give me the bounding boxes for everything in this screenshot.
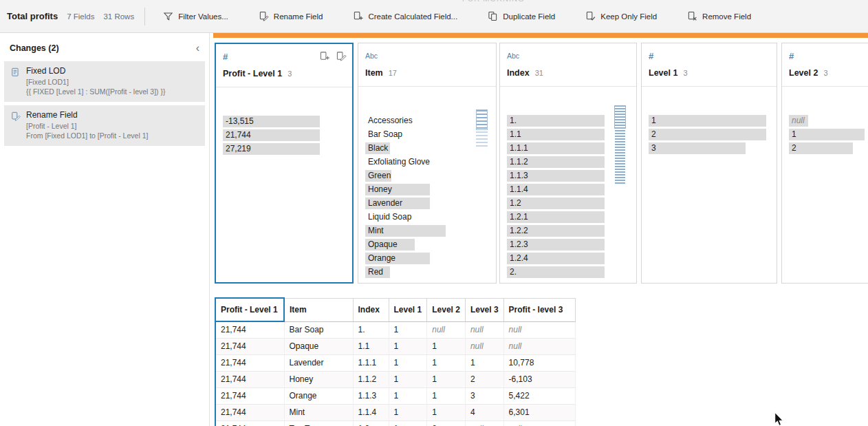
number-type-icon[interactable]: # <box>789 51 794 61</box>
scrollbar-thumb[interactable] <box>614 105 626 129</box>
profile-value-row[interactable]: 21,744 <box>223 129 345 141</box>
create-calculated-field-button[interactable]: Create Calculated Field... <box>353 11 457 21</box>
grid-cell[interactable]: 1 <box>389 321 427 338</box>
grid-cell[interactable]: 1. <box>353 321 389 338</box>
grid-cell[interactable]: Orange <box>284 387 353 404</box>
grid-cell[interactable]: 21,744 <box>215 371 284 387</box>
profile-value-row[interactable]: 3 <box>649 142 770 154</box>
profile-value-row[interactable]: 1.1.3 <box>507 170 629 182</box>
profile-value-row[interactable]: Bar Soap <box>365 129 489 140</box>
profile-value-row[interactable]: 1.2.4 <box>507 253 629 264</box>
grid-cell[interactable]: null <box>427 321 466 338</box>
grid-column-header[interactable]: Item <box>284 298 353 321</box>
profile-value-row[interactable]: 1.2.3 <box>507 239 629 251</box>
profile-value-row[interactable]: Red <box>365 266 489 278</box>
profile-value-row[interactable]: 1.2 <box>507 198 629 209</box>
grid-column-header[interactable]: Profit - level 3 <box>503 298 575 321</box>
grid-cell[interactable]: 21,744 <box>215 387 284 404</box>
field-name[interactable]: Profit - Level 1 <box>223 69 282 78</box>
profile-card-profit-level-1[interactable]: # Profit - Level 1 3 -13,51521,74427,219 <box>215 43 354 284</box>
profile-card-index[interactable]: Abc Index 31 1.1.11.1.11.1.21.1.31.1.41.… <box>499 43 637 284</box>
number-type-icon[interactable]: # <box>649 51 653 61</box>
grid-cell[interactable]: 1.1.3 <box>353 387 389 404</box>
profile-value-row[interactable]: 1.1.4 <box>507 184 629 195</box>
grid-cell[interactable]: 1 <box>427 404 466 420</box>
grid-cell[interactable]: Opaque <box>284 338 353 354</box>
string-type-icon[interactable]: Abc <box>365 52 378 60</box>
grid-cell[interactable]: 1 <box>389 387 427 404</box>
change-item-fixed-lod[interactable]: Fixed LOD [Fixed LOD1] {{ FIXED [Level 1… <box>4 61 205 102</box>
profile-value-row[interactable]: Opaque <box>365 239 489 251</box>
collapse-panel-icon[interactable]: ‹ <box>196 44 199 52</box>
grid-cell[interactable]: 1 <box>465 354 503 371</box>
grid-cell[interactable]: 1 <box>389 420 427 426</box>
field-name[interactable]: Level 2 <box>789 68 818 78</box>
profile-value-row[interactable]: 1 <box>789 129 868 140</box>
grid-cell[interactable]: 1.1.1 <box>353 354 389 371</box>
profile-value-row[interactable]: 2 <box>789 142 868 154</box>
profile-value-row[interactable]: 27,219 <box>223 143 345 155</box>
grid-cell[interactable]: Mint <box>284 404 353 420</box>
rename-field-button[interactable]: Rename Field <box>259 11 323 21</box>
grid-cell[interactable]: 4 <box>465 404 503 420</box>
profile-value-row[interactable]: 1.1.1 <box>507 142 629 154</box>
grid-cell[interactable]: 1 <box>427 371 466 387</box>
profile-value-row[interactable]: 1. <box>507 115 629 127</box>
value-scrollbar[interactable] <box>615 105 625 184</box>
profile-value-row[interactable]: null <box>789 115 868 127</box>
grid-cell[interactable]: 1 <box>389 338 427 354</box>
grid-cell[interactable]: 1.1.4 <box>353 404 389 420</box>
grid-cell[interactable]: Tea Tree <box>284 420 353 426</box>
keep-only-field-button[interactable]: Keep Only Field <box>585 11 657 21</box>
grid-cell[interactable]: 3 <box>465 387 503 404</box>
grid-column-header[interactable]: Profit - Level 1 <box>215 298 284 321</box>
profile-value-row[interactable]: Black <box>365 142 489 154</box>
profile-value-row[interactable]: Mint <box>365 225 489 237</box>
profile-value-row[interactable]: 1.1 <box>507 129 629 140</box>
grid-cell[interactable]: 10,778 <box>503 354 575 371</box>
grid-cell[interactable]: 21,744 <box>215 338 284 354</box>
string-type-icon[interactable]: Abc <box>507 52 519 60</box>
grid-cell[interactable]: Honey <box>284 371 353 387</box>
grid-cell[interactable]: 1.1.2 <box>353 371 389 387</box>
grid-cell[interactable]: 2 <box>427 420 466 426</box>
grid-cell[interactable]: -6,103 <box>503 371 575 387</box>
profile-value-row[interactable]: Orange <box>365 253 489 264</box>
profile-value-row[interactable]: Accessories <box>365 115 489 127</box>
grid-cell[interactable]: 1 <box>427 387 466 404</box>
profile-value-row[interactable]: 1.1.2 <box>507 156 629 168</box>
grid-cell[interactable]: 1 <box>389 354 427 371</box>
grid-cell[interactable]: 1.1 <box>353 338 389 354</box>
grid-cell[interactable]: Bar Soap <box>284 321 353 338</box>
grid-cell[interactable]: 1.2 <box>353 420 389 426</box>
profile-value-row[interactable]: -13,515 <box>223 116 345 127</box>
profile-card-level-1[interactable]: # Level 1 3 123 <box>641 43 777 284</box>
value-scrollbar[interactable] <box>476 109 488 147</box>
grid-cell[interactable]: null <box>465 321 503 338</box>
grid-column-header[interactable]: Level 3 <box>465 298 503 321</box>
duplicate-field-button[interactable]: Duplicate Field <box>488 11 555 21</box>
profile-value-row[interactable]: 2. <box>507 266 629 278</box>
grid-cell[interactable]: null <box>465 338 503 354</box>
grid-cell[interactable]: null <box>503 420 575 426</box>
profile-value-row[interactable]: 1 <box>649 115 770 127</box>
grid-cell[interactable]: 21,744 <box>215 420 284 426</box>
profile-value-row[interactable]: 1.2.1 <box>507 211 629 223</box>
grid-cell[interactable]: 21,744 <box>215 404 284 420</box>
change-item-rename-field[interactable]: Rename Field [Profit - Level 1] From [Fi… <box>4 105 205 146</box>
profile-value-row[interactable]: Liquid Soap <box>365 211 489 223</box>
remove-field-button[interactable]: Remove Field <box>687 11 751 21</box>
profile-value-row[interactable]: Lavender <box>365 198 489 209</box>
grid-cell[interactable]: Lavender <box>284 354 353 371</box>
number-type-icon[interactable]: # <box>223 52 228 62</box>
edit-field-icon[interactable] <box>336 51 347 61</box>
profile-value-row[interactable]: 1.2.2 <box>507 225 629 237</box>
grid-cell[interactable]: 1 <box>427 354 466 371</box>
grid-cell[interactable]: 1 <box>389 404 427 420</box>
grid-cell[interactable]: 5,422 <box>503 387 575 404</box>
profile-value-row[interactable]: Green <box>365 170 489 182</box>
grid-cell[interactable]: 2 <box>465 371 503 387</box>
grid-cell[interactable]: null <box>503 338 575 354</box>
grid-cell[interactable]: null <box>503 321 575 338</box>
filter-values-button[interactable]: Filter Values... <box>163 11 228 21</box>
